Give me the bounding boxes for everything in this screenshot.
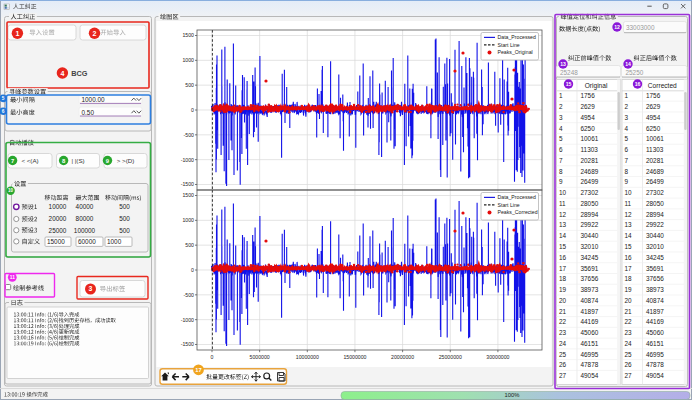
- svg-text:13: 13: [559, 221, 567, 228]
- svg-text:23: 23: [625, 329, 633, 336]
- svg-text:80000: 80000: [76, 215, 94, 222]
- svg-text:37656: 37656: [581, 275, 599, 282]
- svg-text:4: 4: [60, 70, 64, 78]
- svg-text:15000: 15000: [47, 238, 65, 245]
- svg-text:20: 20: [559, 297, 567, 304]
- svg-text:5: 5: [559, 135, 563, 142]
- svg-text:24: 24: [625, 340, 633, 347]
- svg-text:25000000: 25000000: [439, 354, 462, 360]
- svg-text:25248: 25248: [560, 69, 578, 76]
- svg-text:16: 16: [635, 81, 641, 87]
- svg-text:44169: 44169: [646, 318, 664, 325]
- svg-text:11: 11: [625, 200, 632, 207]
- svg-text:10000: 10000: [49, 203, 67, 210]
- svg-text:BCG: BCG: [71, 69, 88, 78]
- svg-text:25000: 25000: [49, 227, 67, 234]
- svg-text:47878: 47878: [581, 361, 599, 368]
- svg-text:12: 12: [559, 211, 567, 218]
- svg-text:49054: 49054: [581, 372, 599, 379]
- svg-text:100%: 100%: [505, 392, 520, 398]
- svg-text:16: 16: [625, 254, 633, 261]
- svg-text:2629: 2629: [581, 103, 596, 110]
- svg-text:500: 500: [119, 215, 130, 222]
- svg-text:-1500: -1500: [181, 181, 194, 187]
- svg-text:0.50: 0.50: [82, 109, 95, 116]
- svg-text:13: 13: [625, 221, 633, 228]
- svg-text:17: 17: [195, 367, 201, 373]
- svg-text:47878: 47878: [646, 361, 664, 368]
- svg-text:1000: 1000: [107, 238, 122, 245]
- svg-text:22: 22: [559, 318, 567, 325]
- svg-text:Peaks_Original: Peaks_Original: [498, 49, 533, 55]
- svg-text:32010: 32010: [646, 243, 664, 250]
- svg-text:24689: 24689: [646, 168, 664, 175]
- svg-text:1500: 1500: [182, 32, 194, 38]
- svg-text:15: 15: [559, 243, 567, 250]
- svg-text:20000000: 20000000: [391, 354, 414, 360]
- svg-text:34245: 34245: [646, 254, 664, 261]
- svg-text:30440: 30440: [581, 232, 599, 239]
- svg-text:3: 3: [89, 285, 93, 292]
- svg-text:1: 1: [15, 30, 19, 38]
- svg-text:17: 17: [625, 265, 633, 272]
- svg-text:7: 7: [625, 157, 629, 164]
- svg-text:500: 500: [185, 82, 194, 88]
- svg-text:4: 4: [559, 125, 563, 132]
- svg-text:16: 16: [559, 254, 567, 261]
- svg-text:| |(S): | |(S): [71, 157, 84, 164]
- svg-text:4954: 4954: [646, 114, 661, 121]
- svg-text:Start Line: Start Line: [498, 202, 520, 208]
- svg-text:10000000: 10000000: [296, 354, 319, 360]
- svg-text:6250: 6250: [581, 125, 596, 132]
- svg-text:10061: 10061: [581, 135, 599, 142]
- svg-text:10: 10: [8, 188, 14, 193]
- svg-text:500: 500: [119, 227, 130, 234]
- svg-text:18: 18: [625, 275, 633, 282]
- svg-text:3: 3: [625, 114, 629, 121]
- svg-text:46151: 46151: [646, 340, 664, 347]
- svg-text:10: 10: [559, 189, 567, 196]
- svg-text:29922: 29922: [646, 221, 664, 228]
- svg-text:0: 0: [211, 354, 214, 360]
- svg-text:20000: 20000: [49, 215, 67, 222]
- svg-text:3: 3: [559, 114, 563, 121]
- svg-text:26: 26: [625, 361, 633, 368]
- svg-text:13: 13: [560, 61, 566, 67]
- svg-text:2629: 2629: [646, 103, 661, 110]
- svg-text:27: 27: [625, 372, 633, 379]
- svg-text:1756: 1756: [646, 92, 661, 99]
- svg-text:8: 8: [625, 168, 629, 175]
- svg-text:26499: 26499: [646, 178, 664, 185]
- svg-text:23: 23: [559, 329, 567, 336]
- svg-text:15000000: 15000000: [343, 354, 366, 360]
- svg-text:-500: -500: [184, 292, 194, 298]
- svg-text:9: 9: [559, 178, 563, 185]
- svg-text:0: 0: [191, 107, 194, 113]
- svg-text:28050: 28050: [646, 200, 664, 207]
- svg-text:14: 14: [625, 232, 633, 239]
- svg-text:5000000: 5000000: [250, 354, 270, 360]
- svg-text:1000.00: 1000.00: [82, 96, 106, 103]
- svg-text:20281: 20281: [646, 157, 664, 164]
- svg-text:37656: 37656: [646, 275, 664, 282]
- svg-text:Original: Original: [585, 82, 608, 90]
- svg-text:24689: 24689: [581, 168, 599, 175]
- svg-text:12: 12: [614, 24, 620, 30]
- svg-text:41897: 41897: [646, 308, 664, 315]
- svg-text:9: 9: [625, 178, 629, 185]
- svg-text:27302: 27302: [646, 189, 664, 196]
- svg-text:28050: 28050: [581, 200, 599, 207]
- svg-text:27302: 27302: [581, 189, 599, 196]
- svg-text:11303: 11303: [581, 146, 599, 153]
- svg-text:2: 2: [559, 103, 563, 110]
- svg-text:-1500: -1500: [181, 341, 194, 347]
- svg-text:33003000: 33003000: [626, 24, 655, 31]
- svg-text:5: 5: [625, 135, 629, 142]
- svg-text:25: 25: [559, 351, 567, 358]
- svg-text:28994: 28994: [646, 211, 664, 218]
- svg-text:6: 6: [625, 146, 629, 153]
- svg-text:32010: 32010: [581, 243, 599, 250]
- svg-text:20281: 20281: [581, 157, 599, 164]
- svg-text:26: 26: [559, 361, 567, 368]
- svg-text:11: 11: [10, 275, 15, 280]
